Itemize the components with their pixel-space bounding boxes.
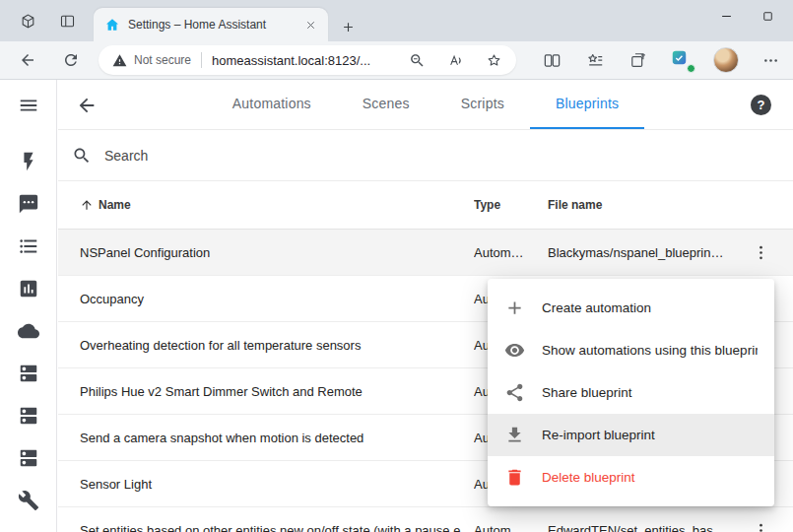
list-icon — [18, 235, 39, 257]
split-screen-icon — [543, 51, 562, 70]
row-file: EdwardTEN/set_entities_bas… — [548, 523, 742, 532]
sidebar-item-assist[interactable] — [9, 184, 48, 224]
sidebar-item-server-1[interactable] — [9, 354, 48, 393]
split-screen-button[interactable] — [540, 48, 563, 72]
chat-icon — [18, 193, 39, 215]
sidebar-item-cloud[interactable] — [9, 311, 48, 351]
close-icon — [304, 19, 317, 32]
menu-item-create-automation[interactable]: Create automation — [488, 287, 774, 329]
wrench-icon — [18, 490, 39, 511]
extension-button[interactable] — [670, 48, 694, 72]
share-icon — [504, 382, 525, 403]
column-header-name[interactable]: Name — [58, 198, 474, 212]
sidebar-item-logbook[interactable] — [9, 227, 48, 266]
question-mark-icon: ? — [758, 98, 765, 112]
not-secure-warning-icon — [112, 53, 127, 68]
read-aloud-button[interactable] — [447, 52, 464, 69]
security-label[interactable]: Not secure — [134, 53, 191, 67]
profile-avatar[interactable] — [713, 47, 739, 73]
workspaces-button[interactable] — [14, 7, 41, 34]
row-file: Blackymas/nspanel_blueprin… — [548, 245, 742, 260]
minimize-icon — [719, 9, 734, 24]
tab-blueprints[interactable]: Blueprints — [530, 80, 644, 129]
search-icon — [72, 146, 92, 166]
sidebar-menu-button[interactable] — [9, 86, 48, 125]
browser-window: Settings – Home Assistant — [0, 0, 793, 532]
maximize-icon — [760, 9, 775, 24]
row-name: Philips Hue v2 Smart Dimmer Switch and R… — [58, 384, 474, 399]
back-button[interactable] — [14, 46, 41, 74]
plus-icon — [341, 20, 356, 34]
tab-title: Settings – Home Assistant — [128, 18, 294, 32]
sidebar-item-server-3[interactable] — [9, 438, 48, 478]
favorites-hub-button[interactable] — [583, 48, 607, 72]
workspaces-cube-icon — [20, 13, 36, 30]
row-overflow-button[interactable] — [748, 239, 773, 265]
browser-tab-strip: Settings – Home Assistant — [0, 0, 793, 41]
sidebar-item-history[interactable] — [9, 269, 48, 308]
column-header-file[interactable]: File name — [548, 198, 742, 212]
menu-item-show-automations[interactable]: Show automations using this blueprint — [488, 329, 774, 371]
sidebar-item-server-2[interactable] — [9, 396, 48, 435]
menu-item-delete-blueprint[interactable]: Delete blueprint — [488, 456, 774, 499]
row-type: Autom… — [474, 245, 548, 260]
search-bar[interactable] — [58, 130, 793, 181]
new-tab-button[interactable] — [335, 14, 361, 39]
menu-item-share-blueprint[interactable]: Share blueprint — [488, 371, 774, 414]
browser-tab[interactable]: Settings – Home Assistant — [94, 8, 328, 41]
sidebar-item-energy[interactable] — [9, 142, 48, 181]
zoom-out-button[interactable] — [409, 52, 426, 69]
divider — [201, 52, 202, 68]
favorite-star-button[interactable] — [486, 52, 502, 69]
ha-tab-bar: Automations Scenes Scripts Blueprints — [58, 80, 793, 129]
refresh-button[interactable] — [57, 46, 85, 74]
maximize-button[interactable] — [747, 0, 788, 33]
browser-menu-button[interactable] — [759, 48, 782, 72]
tab-scenes[interactable]: Scenes — [337, 80, 435, 129]
zoom-out-icon — [409, 52, 426, 69]
extension-status-badge — [687, 64, 695, 73]
server-icon — [18, 405, 39, 427]
minimize-button[interactable] — [705, 0, 747, 33]
row-name: Overheating detection for all temperatur… — [58, 338, 474, 353]
close-window-button[interactable] — [788, 0, 793, 33]
table-row[interactable]: NSPanel Configuration Autom… Blackymas/n… — [58, 230, 793, 276]
cloud-icon — [18, 320, 39, 342]
extension-icon — [670, 48, 689, 67]
collections-icon — [629, 51, 648, 70]
collections-button[interactable] — [627, 48, 650, 72]
favorites-hub-icon — [586, 51, 605, 70]
vertical-tabs-icon — [59, 13, 76, 30]
sidebar-item-developer-tools[interactable] — [9, 481, 48, 520]
row-name: Set entities based on other entities new… — [58, 523, 474, 532]
ha-sidebar — [0, 80, 57, 532]
lightning-icon — [18, 151, 39, 172]
download-icon — [504, 425, 525, 445]
help-button[interactable]: ? — [751, 95, 771, 115]
ha-header: Automations Scenes Scripts Blueprints ? — [58, 80, 793, 130]
table-row[interactable]: Set entities based on other entities new… — [58, 507, 793, 532]
tab-automations[interactable]: Automations — [207, 80, 337, 129]
close-tab-button[interactable] — [301, 16, 319, 33]
tab-scripts[interactable]: Scripts — [435, 80, 530, 129]
row-name: Send a camera snapshot when motion is de… — [58, 431, 474, 445]
url-text[interactable]: homeassistant.local:8123/... — [212, 53, 401, 68]
plus-icon — [504, 298, 525, 318]
column-header-type[interactable]: Type — [474, 198, 548, 212]
row-overflow-button[interactable] — [748, 517, 773, 532]
row-name: NSPanel Configuration — [58, 245, 474, 260]
address-bar[interactable]: Not secure homeassistant.local:8123/... — [99, 45, 516, 75]
row-name: Sensor Light — [58, 477, 474, 492]
star-icon — [486, 52, 502, 69]
refresh-icon — [62, 51, 80, 69]
server-icon — [18, 363, 39, 384]
vertical-tabs-button[interactable] — [53, 7, 81, 34]
bar-chart-icon — [18, 278, 39, 299]
blueprint-context-menu: Create automation Show automations using… — [488, 279, 774, 506]
row-name: Occupancy — [58, 292, 474, 306]
search-input[interactable] — [104, 148, 420, 164]
menu-item-reimport-blueprint[interactable]: Re-import blueprint — [488, 414, 774, 456]
vertical-dots-icon — [752, 521, 770, 532]
browser-toolbar: Not secure homeassistant.local:8123/... — [0, 41, 793, 80]
home-assistant-favicon — [104, 17, 120, 33]
